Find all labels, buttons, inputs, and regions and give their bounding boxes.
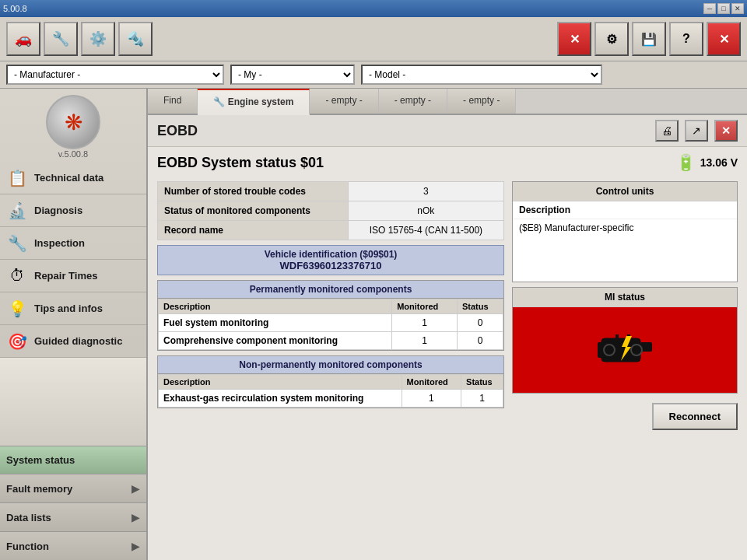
egr-monitored: 1 xyxy=(402,390,461,408)
svg-point-4 xyxy=(631,345,642,355)
tab-empty-1[interactable]: - empty - xyxy=(310,89,378,114)
sidebar-item-fault-memory[interactable]: Fault memory ▶ xyxy=(0,474,146,502)
tips-icon: 💡 xyxy=(6,299,28,318)
toolbar-parts-button[interactable]: 🔩 xyxy=(118,22,153,56)
table-row: Fuel system monitoring 1 0 xyxy=(159,314,503,332)
reconnect-button[interactable]: Reconnect xyxy=(652,403,738,430)
tab-empty-3[interactable]: - empty - xyxy=(447,89,516,114)
engine-warning-icon xyxy=(586,319,664,381)
control-units-box: Control units Description ($E8) Manufact… xyxy=(512,181,738,282)
toolbar: 🚗 🔧 ⚙️ 🔩 ✕ ⚙ 💾 ? ✕ xyxy=(0,17,747,61)
eobd-content: Number of stored trouble codes 3 Status … xyxy=(148,175,747,560)
panel-close-button[interactable]: ✕ xyxy=(714,120,738,142)
desc-col-header: Description xyxy=(159,299,392,314)
window-controls: ─ □ ✕ xyxy=(703,3,744,14)
save-action-button[interactable]: 💾 xyxy=(632,22,666,56)
panel-title: EOBD xyxy=(157,123,198,139)
fault-memory-label: Fault memory xyxy=(6,483,72,495)
egr-desc: Exhaust-gas recirculation system monitor… xyxy=(159,390,402,408)
toolbar-settings-button[interactable]: ⚙️ xyxy=(81,22,115,56)
title-text: 5.00.8 xyxy=(3,4,27,13)
repair-times-icon: ⏱ xyxy=(6,267,28,285)
diagnosis-icon: 🔬 xyxy=(6,201,28,220)
info-table: Number of stored trouble codes 3 Status … xyxy=(157,181,504,240)
data-lists-arrow: ▶ xyxy=(132,511,140,523)
minimize-button[interactable]: ─ xyxy=(703,3,716,14)
np-monitored-col-header: Monitored xyxy=(402,375,461,390)
monitored-status-value: nOk xyxy=(348,201,503,221)
settings-action-button[interactable]: ⚙ xyxy=(594,22,629,56)
content-area: ❋ v.5.00.8 📋 Technical data 🔬 Diagnosis … xyxy=(0,89,747,560)
battery-icon: 🔋 xyxy=(676,153,696,172)
toolbar-car-button[interactable]: 🚗 xyxy=(6,22,40,56)
logo-area: ❋ v.5.00.8 xyxy=(0,89,146,162)
mi-status-header: MI status xyxy=(513,288,737,307)
table-header-row: Description Monitored Status xyxy=(159,299,503,314)
sidebar-item-repair-times[interactable]: ⏱ Repair Times xyxy=(0,260,146,292)
battery-info: 🔋 13.06 V xyxy=(676,153,738,172)
tab-engine-system[interactable]: 🔧 Engine system xyxy=(198,89,310,115)
table-row: Number of stored trouble codes 3 xyxy=(158,182,504,201)
monitored-col-header: Monitored xyxy=(392,299,458,314)
sidebar-item-tips-infos[interactable]: 💡 Tips and infos xyxy=(0,292,146,325)
sidebar-item-data-lists[interactable]: Data lists ▶ xyxy=(0,502,146,531)
exit-button[interactable]: ✕ xyxy=(707,22,741,56)
table-row: Comprehensive component monitoring 1 0 xyxy=(159,332,503,350)
sidebar-item-inspection[interactable]: 🔧 Inspection xyxy=(0,227,146,260)
non-permanently-monitored-header: Non-permanently monitored components xyxy=(158,356,503,374)
sidebar-item-function[interactable]: Function ▶ xyxy=(0,531,146,560)
comprehensive-monitored: 1 xyxy=(392,332,458,350)
record-name-value: ISO 15765-4 (CAN 11-500) xyxy=(348,221,503,240)
fault-memory-arrow: ▶ xyxy=(132,482,140,495)
comprehensive-status: 0 xyxy=(457,332,503,350)
print-button[interactable]: 🖨 xyxy=(655,120,679,142)
control-units-value: ($E8) Manufacturer-specific xyxy=(513,219,737,282)
title-bar: 5.00.8 ─ □ ✕ xyxy=(0,0,747,17)
tab-empty-2[interactable]: - empty - xyxy=(379,89,447,114)
function-label: Function xyxy=(6,541,49,552)
engine-tab-icon: 🔧 xyxy=(213,96,227,107)
model-dropdown[interactable]: - Model - xyxy=(361,65,602,85)
toolbar-engine-button[interactable]: 🔧 xyxy=(44,22,78,56)
inspection-icon: 🔧 xyxy=(6,234,28,253)
close-action-button[interactable]: ✕ xyxy=(557,22,591,56)
help-button[interactable]: ? xyxy=(669,22,703,56)
right-section: Control units Description ($E8) Manufact… xyxy=(512,181,738,554)
version-label: v.5.00.8 xyxy=(58,149,88,159)
tab-find[interactable]: Find xyxy=(148,89,198,114)
vehicle-id-box: Vehicle identification ($09$01) WDF63960… xyxy=(157,245,504,275)
guided-label: Guided diagnostic xyxy=(34,335,122,347)
battery-voltage: 13.06 V xyxy=(700,156,738,169)
eobd-title-row: EOBD System status $01 🔋 13.06 V xyxy=(148,147,747,175)
sidebar-item-guided-diagnostic[interactable]: 🎯 Guided diagnostic xyxy=(0,325,146,358)
monitored-status-label: Status of monitored components xyxy=(158,201,349,221)
restore-button[interactable]: □ xyxy=(717,3,730,14)
manufacturer-dropdown[interactable]: - Manufacturer - xyxy=(6,65,224,85)
data-lists-label: Data lists xyxy=(6,512,51,523)
tabs-row: Find 🔧 Engine system - empty - - empty -… xyxy=(148,89,747,115)
repair-times-label: Repair Times xyxy=(34,270,97,282)
comprehensive-desc: Comprehensive component monitoring xyxy=(159,332,392,350)
sidebar-item-diagnosis[interactable]: 🔬 Diagnosis xyxy=(0,194,146,227)
link-button[interactable]: ↗ xyxy=(685,120,708,142)
left-section: Number of stored trouble codes 3 Status … xyxy=(157,181,504,554)
dropdowns-row: - Manufacturer - - My - - Model - xyxy=(0,61,747,89)
my-dropdown[interactable]: - My - xyxy=(230,65,355,85)
close-window-button[interactable]: ✕ xyxy=(731,3,744,14)
mi-status-image xyxy=(513,307,737,393)
system-status-label: System status xyxy=(6,454,75,466)
sidebar-item-technical-data[interactable]: 📋 Technical data xyxy=(0,162,146,194)
vehicle-id-value: WDF63960123376710 xyxy=(161,260,500,271)
inspection-label: Inspection xyxy=(34,237,85,249)
sidebar-item-system-status[interactable]: System status xyxy=(0,446,146,474)
sidebar: ❋ v.5.00.8 📋 Technical data 🔬 Diagnosis … xyxy=(0,89,148,560)
table-row: Record name ISO 15765-4 (CAN 11-500) xyxy=(158,221,504,240)
non-permanently-monitored-section: Non-permanently monitored components Des… xyxy=(157,355,504,408)
fuel-system-monitored: 1 xyxy=(392,314,458,332)
egr-status: 1 xyxy=(461,390,503,408)
np-desc-col-header: Description xyxy=(159,375,402,390)
trouble-codes-value: 3 xyxy=(348,182,503,201)
main-panel: Find 🔧 Engine system - empty - - empty -… xyxy=(148,89,747,560)
technical-data-label: Technical data xyxy=(34,172,103,184)
np-status-col-header: Status xyxy=(461,375,503,390)
